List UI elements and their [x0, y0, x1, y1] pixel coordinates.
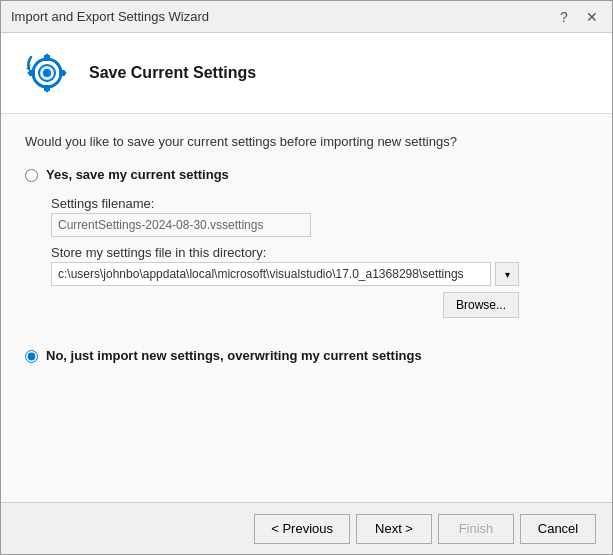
filename-section: Settings filename:	[51, 196, 588, 237]
directory-section: Store my settings file in this directory…	[51, 245, 588, 318]
dropdown-button[interactable]: ▾	[495, 262, 519, 286]
help-button[interactable]: ?	[554, 7, 574, 27]
option1-radio-label[interactable]: Yes, save my current settings	[25, 167, 588, 182]
question-text: Would you like to save your current sett…	[25, 134, 588, 149]
close-button[interactable]: ✕	[582, 7, 602, 27]
content-area: Would you like to save your current sett…	[1, 114, 612, 502]
header-title: Save Current Settings	[89, 64, 256, 82]
title-bar-controls: ? ✕	[554, 7, 602, 27]
directory-label: Store my settings file in this directory…	[51, 245, 588, 260]
filename-label: Settings filename:	[51, 196, 588, 211]
option2-radio[interactable]	[25, 350, 38, 363]
dialog-title: Import and Export Settings Wizard	[11, 9, 209, 24]
gear-icon	[21, 47, 73, 99]
title-bar: Import and Export Settings Wizard ? ✕	[1, 1, 612, 33]
filename-input[interactable]	[51, 213, 311, 237]
directory-input[interactable]	[51, 262, 491, 286]
footer: < Previous Next > Finish Cancel	[1, 502, 612, 554]
option1-indent: Settings filename: Store my settings fil…	[51, 196, 588, 318]
browse-button[interactable]: Browse...	[443, 292, 519, 318]
option1-radio[interactable]	[25, 169, 38, 182]
option2-label: No, just import new settings, overwritin…	[46, 348, 422, 363]
svg-point-11	[43, 69, 51, 77]
dialog-window: Import and Export Settings Wizard ? ✕	[0, 0, 613, 555]
previous-button[interactable]: < Previous	[254, 514, 350, 544]
option1-label: Yes, save my current settings	[46, 167, 229, 182]
title-bar-left: Import and Export Settings Wizard	[11, 9, 209, 24]
header-area: Save Current Settings	[1, 33, 612, 114]
directory-wrapper: ▾	[51, 262, 588, 286]
option2-radio-label[interactable]: No, just import new settings, overwritin…	[25, 348, 588, 363]
cancel-button[interactable]: Cancel	[520, 514, 596, 544]
finish-button[interactable]: Finish	[438, 514, 514, 544]
next-button[interactable]: Next >	[356, 514, 432, 544]
